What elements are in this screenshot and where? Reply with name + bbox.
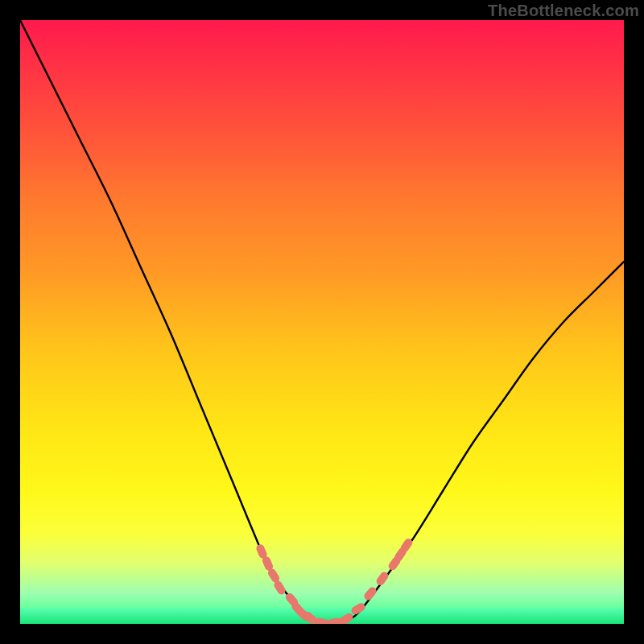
bottleneck-curve — [20, 20, 624, 624]
valley-marker — [338, 612, 355, 624]
curve-group — [20, 20, 624, 624]
valley-markers — [255, 537, 414, 624]
bottleneck-curve-svg — [20, 20, 624, 624]
chart-plot — [20, 20, 624, 624]
attribution-label: TheBottleneck.com — [488, 2, 639, 20]
outer-frame: TheBottleneck.com — [0, 0, 644, 644]
valley-marker — [362, 585, 378, 601]
